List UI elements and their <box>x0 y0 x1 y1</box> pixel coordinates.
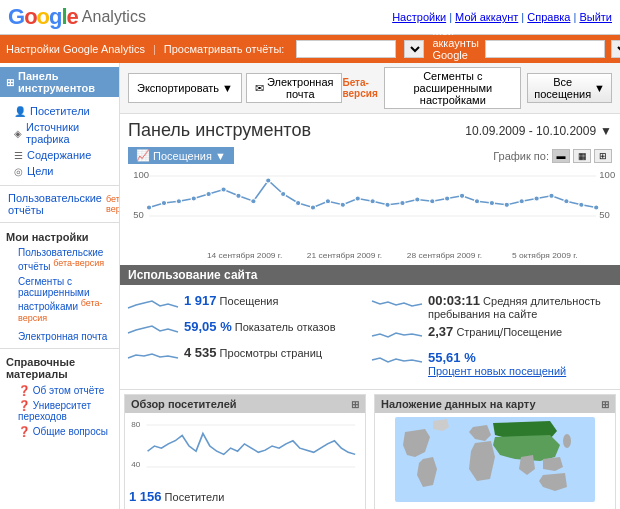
logout-link[interactable]: Выйти <box>579 11 612 23</box>
svg-text:14 сентября 2009 г.: 14 сентября 2009 г. <box>207 251 282 260</box>
map-panel-icon[interactable]: ⊞ <box>601 399 609 410</box>
bounce-value: 00:03:11 <box>428 293 480 308</box>
svg-point-30 <box>504 202 509 207</box>
svg-point-46 <box>563 434 571 448</box>
svg-point-13 <box>251 199 256 204</box>
svg-point-9 <box>191 196 196 201</box>
help-link[interactable]: Справка <box>527 11 570 23</box>
svg-point-8 <box>176 199 181 204</box>
metric-duration: 2,37 Страниц/Посещение <box>372 322 612 348</box>
svg-point-23 <box>400 201 405 206</box>
visits-tab[interactable]: 📈 Посещения ▼ <box>128 147 234 164</box>
svg-point-11 <box>221 187 226 192</box>
logo-area: Google Analytics <box>8 4 146 30</box>
ref-item-0[interactable]: ❓ Об этом отчёте <box>0 383 119 398</box>
grid-icon: ⊞ <box>6 77 14 88</box>
segments-button[interactable]: Сегменты с расширенными настройками <box>384 67 521 109</box>
svg-point-21 <box>370 199 375 204</box>
ref-item-1[interactable]: ❓ Университет переходов <box>0 398 119 424</box>
date-range-selector[interactable]: 10.09.2009 - 10.10.2009 ▼ <box>465 124 612 138</box>
sidebar-dashboard-label: Панель инструментов <box>18 70 113 94</box>
dropdown-arrow: ▼ <box>222 82 233 94</box>
svg-point-25 <box>430 199 435 204</box>
svg-text:28 сентября 2009 г.: 28 сентября 2009 г. <box>407 251 482 260</box>
all-visits-button[interactable]: Все посещения ▼ <box>527 73 612 103</box>
view-reports-input[interactable] <box>296 40 396 58</box>
visitors-panel-content: 80 40 1 156 Посетители <box>125 413 365 508</box>
svg-point-12 <box>236 193 241 198</box>
person-icon: 👤 <box>14 106 26 117</box>
reference-title: Справочные материалы <box>0 353 119 383</box>
newvisits-value-link[interactable]: 55,61 % <box>428 352 476 364</box>
svg-point-28 <box>474 199 479 204</box>
chart-type-bar-btn[interactable]: ▦ <box>573 149 591 163</box>
google-logo: Google <box>8 4 78 30</box>
svg-text:50: 50 <box>133 210 144 220</box>
svg-text:50: 50 <box>599 210 610 220</box>
toolbar-left: Экспортировать ▼ ✉ Электронная почта <box>128 73 342 103</box>
newvisits-value: 55,61 % <box>428 350 476 365</box>
email-button[interactable]: ✉ Электронная почта <box>246 73 343 103</box>
sidebar-divider-2 <box>0 222 119 223</box>
sidebar-divider-1 <box>0 185 119 186</box>
my-settings-item-0[interactable]: Пользовательские отчёты бета-версия <box>0 245 119 274</box>
sidebar-custom-reports-item[interactable]: Пользовательские отчёты бета-версия <box>0 190 119 218</box>
map-panel: Наложение данных на карту ⊞ <box>374 394 616 509</box>
question-icon-0: ❓ <box>18 385 30 396</box>
visits-chart-area: 📈 Посещения ▼ График по: ▬ ▦ ⊞ 100 50 <box>120 147 620 261</box>
date-range-text: 10.09.2009 - 10.10.2009 <box>465 124 596 138</box>
site-usage-grid: 1 917 Посещения 59,05 % Показатель отказ… <box>120 285 620 385</box>
nav-settings[interactable]: Настройки Google Analytics <box>6 43 145 55</box>
svg-text:100: 100 <box>599 170 615 180</box>
svg-point-17 <box>310 205 315 210</box>
sidebar-divider-3 <box>0 348 119 349</box>
visits-label: Посещения <box>220 295 279 307</box>
chart-type-compare-btn[interactable]: ⊞ <box>594 149 612 163</box>
beta-label-reports: бета-версия <box>53 258 104 268</box>
sidebar-item-content[interactable]: ☰ Содержание <box>0 147 119 163</box>
sidebar-item-goals[interactable]: ◎ Цели <box>0 163 119 179</box>
view-reports-select[interactable]: ▼ <box>404 40 424 58</box>
export-button[interactable]: Экспортировать ▼ <box>128 73 242 103</box>
pagespervisit-value: 4 535 <box>184 345 217 360</box>
metric-bounce: 00:03:11 Средняя длительность пребывания… <box>372 291 612 322</box>
svg-point-7 <box>161 201 166 206</box>
sparkline-newvisits <box>372 350 422 372</box>
svg-point-33 <box>549 193 554 198</box>
my-accounts-select[interactable]: ▼ <box>611 40 620 58</box>
site-usage-right: 00:03:11 Средняя длительность пребывания… <box>372 291 612 379</box>
visitors-panel-title: Обзор посетителей <box>131 398 237 410</box>
all-visits-arrow: ▼ <box>594 82 605 94</box>
sparkline-duration <box>372 324 422 346</box>
world-map-svg <box>379 417 611 502</box>
svg-point-35 <box>579 202 584 207</box>
visitors-panel-icon[interactable]: ⊞ <box>351 399 359 410</box>
question-icon-1: ❓ <box>18 400 30 411</box>
my-settings-title: Мои настройки <box>0 227 119 245</box>
my-settings-item-1[interactable]: Сегменты с расширенными настройками бета… <box>0 274 119 329</box>
my-settings-item-2[interactable]: Электронная почта <box>0 329 119 344</box>
settings-link[interactable]: Настройки <box>392 11 446 23</box>
sidebar-item-visitors[interactable]: 👤 Посетители <box>0 103 119 119</box>
traffic-icon: ◈ <box>14 128 22 139</box>
svg-point-14 <box>266 178 271 183</box>
custom-reports-label: Пользовательские отчёты <box>8 192 102 216</box>
chart-line-icon: 📈 <box>136 149 150 162</box>
sidebar-dashboard-header[interactable]: ⊞ Панель инструментов <box>0 67 119 97</box>
goals-icon: ◎ <box>14 166 23 177</box>
visits-chart-svg: 100 50 100 50 14 сентября 2009 г. 21 сен… <box>128 166 612 261</box>
my-accounts-input[interactable] <box>485 40 605 58</box>
chart-type-line-btn[interactable]: ▬ <box>552 149 570 163</box>
content-area: Экспортировать ▼ ✉ Электронная почта Бет… <box>120 63 620 509</box>
sidebar-item-traffic[interactable]: ◈ Источники трафика <box>0 119 119 147</box>
svg-point-16 <box>295 201 300 206</box>
svg-text:5 октября 2009 г.: 5 октября 2009 г. <box>512 251 578 260</box>
account-link[interactable]: Мой аккаунт <box>455 11 518 23</box>
svg-point-34 <box>564 199 569 204</box>
newvisits-label-link[interactable]: Процент новых посещений <box>428 365 566 377</box>
duration-value: 2,37 <box>428 324 453 339</box>
svg-text:80: 80 <box>131 421 140 429</box>
sparkline-bounce <box>372 293 422 315</box>
svg-point-20 <box>355 196 360 201</box>
ref-item-2[interactable]: ❓ Общие вопросы <box>0 424 119 439</box>
